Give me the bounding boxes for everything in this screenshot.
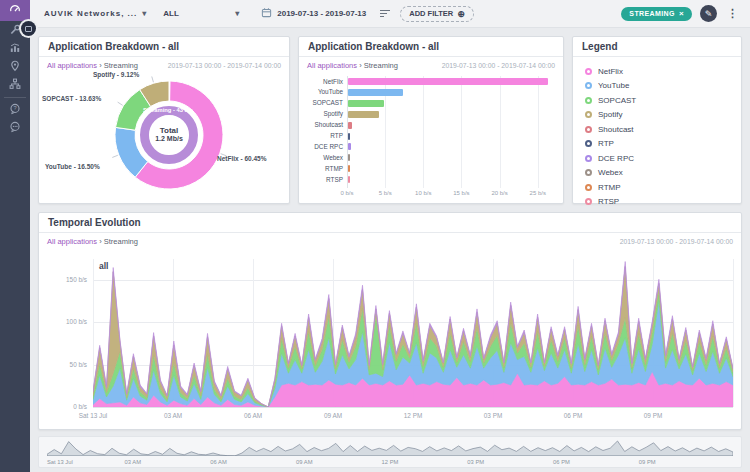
- legend-item-webex[interactable]: Webex: [573, 166, 741, 181]
- bar-label-webex: Webex: [299, 154, 343, 161]
- legend-item-dce-rpc[interactable]: DCE RPC: [573, 151, 741, 166]
- donut-callout-youtube: YouTube - 16.50%: [45, 163, 100, 170]
- svg-text:?: ?: [13, 105, 16, 111]
- x-axis-tick: Sat 13 Jul: [69, 412, 117, 419]
- callout-line: [152, 76, 154, 82]
- wrench-icon: [8, 23, 22, 41]
- panel-date-range: 2019-07-13 00:00 - 2019-07-14 00:00: [442, 62, 555, 69]
- overview-brush-chart[interactable]: Sat 13 Jul03 AM06 AM09 AM12 PM03 PM06 PM…: [38, 436, 742, 468]
- panel-application-breakdown-bars: Application Breakdown - all All applicat…: [298, 36, 564, 204]
- legend-marker-icon: [585, 68, 592, 75]
- overview-x-tick: 06 PM: [542, 459, 582, 465]
- chip-close-icon[interactable]: ×: [679, 9, 684, 18]
- legend-label: NetFlix: [598, 67, 623, 76]
- legend-item-sopcast[interactable]: SOPCAST: [573, 93, 741, 108]
- bar-webex[interactable]: [348, 154, 350, 161]
- bar-rtp[interactable]: [348, 133, 350, 140]
- app-window: ? AUVIK Networks, ... ▾ ALL ▾ 2019-07-13…: [0, 0, 750, 472]
- edit-button[interactable]: ✎: [700, 5, 717, 22]
- legend-item-netflix[interactable]: NetFlix: [573, 64, 741, 79]
- callout-line: [112, 155, 118, 157]
- stacked-area-svg[interactable]: [93, 259, 733, 407]
- panel-date-range: 2019-07-13 00:00 - 2019-07-14 00:00: [168, 62, 281, 69]
- x-axis-tick: 5 b/s: [371, 190, 399, 196]
- bar-chart-icon: [8, 41, 22, 59]
- panel-title: Temporal Evolution: [39, 213, 741, 233]
- bar-spotify[interactable]: [348, 111, 379, 118]
- callout-line: [118, 102, 123, 105]
- more-menu-button[interactable]: ⋮: [725, 7, 740, 20]
- bar-rtmp[interactable]: [348, 165, 350, 172]
- legend-label: DCE RPC: [598, 154, 634, 163]
- legend-item-rtsp[interactable]: RTSP: [573, 195, 741, 210]
- sidebar-item-reports[interactable]: [7, 42, 23, 58]
- legend-label: Webex: [598, 168, 623, 177]
- overview-x-tick: 06 AM: [199, 459, 239, 465]
- y-axis-tick: 50 b/s: [43, 361, 87, 368]
- panel-title: Application Breakdown - all: [39, 37, 289, 57]
- overview-svg[interactable]: [47, 440, 733, 456]
- donut-center-total: Total1.2 Mb/s: [139, 126, 199, 142]
- breadcrumb-link[interactable]: All applications: [307, 61, 357, 70]
- bar-sopcast[interactable]: [348, 100, 384, 107]
- legend-label: RTSP: [598, 197, 619, 206]
- bar-label-dce-rpc: DCE RPC: [299, 143, 343, 150]
- bar-label-rtsp: RTSP: [299, 176, 343, 183]
- filter-lines-icon[interactable]: [380, 10, 390, 17]
- streaming-filter-chip[interactable]: STREAMING ×: [621, 7, 692, 21]
- donut-chart[interactable]: NetFlix - 60.45%YouTube - 16.50%SOPCAST …: [39, 71, 289, 203]
- add-filter-button[interactable]: ADD FILTER ⊕: [400, 6, 474, 22]
- legend-item-spotify[interactable]: Spotify: [573, 108, 741, 123]
- breadcrumb-sep: ›: [99, 61, 102, 70]
- calendar-icon: [261, 7, 272, 20]
- overview-x-tick: 09 PM: [627, 459, 667, 465]
- bar-chart[interactable]: 0 b/s5 b/s10 b/s15 b/s20 b/s25 b/sNetFli…: [299, 71, 563, 203]
- x-axis-tick: 12 PM: [389, 412, 437, 419]
- legend-marker-icon: [585, 155, 592, 162]
- bar-dce-rpc[interactable]: [348, 143, 351, 150]
- breadcrumb-link[interactable]: All applications: [47, 61, 97, 70]
- legend-item-youtube[interactable]: YouTube: [573, 79, 741, 94]
- date-range-picker[interactable]: 2019-07-13 - 2019-07-13: [261, 7, 366, 20]
- bar-shoutcast[interactable]: [348, 122, 352, 129]
- overview-x-tick: 03 AM: [113, 459, 153, 465]
- y-axis-tick: 0 b/s: [43, 403, 87, 410]
- bar-youtube[interactable]: [348, 89, 403, 96]
- sidebar-item-network[interactable]: [7, 78, 23, 94]
- gridline: [538, 76, 539, 188]
- temporal-area-chart[interactable]: 0 b/s50 b/s100 b/s150 b/sSat 13 Jul03 AM…: [39, 247, 741, 429]
- overview-x-tick: Sat 13 Jul: [47, 459, 87, 465]
- sidebar-collapse-button[interactable]: [21, 21, 36, 36]
- bar-netflix[interactable]: [348, 78, 548, 85]
- org-selector[interactable]: AUVIK Networks, ... ▾: [44, 9, 147, 18]
- donut-callout-spotify: Spotify - 9.12%: [93, 71, 139, 78]
- sidebar-item-dashboard[interactable]: [0, 0, 30, 21]
- legend-item-shoutcast[interactable]: Shoutcast: [573, 122, 741, 137]
- donut-callout-sopcast: SOPCAST - 13.63%: [42, 95, 101, 102]
- x-axis-tick: 09 PM: [629, 412, 677, 419]
- bar-label-shoutcast: Shoutcast: [299, 121, 343, 128]
- overview-area[interactable]: [47, 440, 733, 456]
- total-value: 1.2 Mb/s: [139, 135, 199, 142]
- scope-selector-label: ALL: [163, 9, 179, 18]
- topology-icon: [8, 77, 22, 95]
- legend-item-rtmp[interactable]: RTMP: [573, 180, 741, 195]
- legend-marker-icon: [585, 184, 592, 191]
- panel-application-breakdown-donut: Application Breakdown - all All applicat…: [38, 36, 290, 204]
- gridline: [423, 76, 424, 188]
- sidebar-item-feedback[interactable]: [7, 121, 23, 137]
- panel-title: Application Breakdown - all: [299, 37, 563, 57]
- scope-selector[interactable]: ALL ▾: [163, 9, 239, 18]
- bar-label-sopcast: SOPCAST: [299, 99, 343, 106]
- sidebar-item-help[interactable]: ?: [7, 103, 23, 119]
- main-content: Application Breakdown - all All applicat…: [30, 28, 750, 472]
- legend-item-rtp[interactable]: RTP: [573, 137, 741, 152]
- sidebar-item-map[interactable]: [7, 60, 23, 76]
- x-axis-tick: 09 AM: [309, 412, 357, 419]
- legend-label: SOPCAST: [598, 96, 636, 105]
- legend-marker-icon: [585, 169, 592, 176]
- panel-title: Legend: [573, 37, 741, 57]
- breadcrumb-current: Streaming: [104, 237, 138, 246]
- breadcrumb-link[interactable]: All applications: [47, 237, 97, 246]
- bar-rtsp[interactable]: [348, 176, 350, 183]
